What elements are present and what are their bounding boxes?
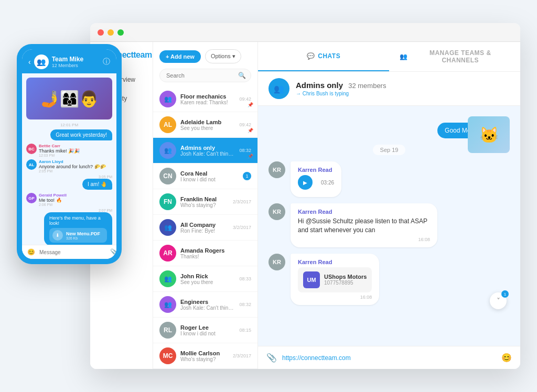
file-message: Here's the menu, have a look! ⬇ New Menu… — [44, 212, 112, 245]
cat-image: 🐱 — [468, 116, 510, 153]
close-button[interactable] — [98, 29, 104, 36]
file-name: New Menu.PDF — [66, 231, 100, 236]
chat-tabs: 💬 CHATS 👥 MANAGE TEAMS & CHANNELS — [258, 42, 520, 72]
audio-player[interactable]: ▶ 03:26 — [298, 175, 334, 190]
chat-item-john-rick[interactable]: 👥 John Rick See you there 08:33 — [153, 266, 257, 292]
options-button[interactable]: Options ▾ — [205, 49, 241, 63]
avatar: RL — [159, 322, 176, 339]
avatar: 👥 — [159, 91, 176, 107]
avatar: CN — [159, 168, 176, 184]
search-bar: 🔍 — [159, 69, 251, 82]
message-bettie: BC Bettie Carr Thanks mike! 🎉🎉 12:03 PM — [26, 144, 112, 157]
tab-manage-teams[interactable]: 👥 MANAGE TEAMS & CHANNELS — [389, 42, 520, 71]
scroll-down-button[interactable]: ˅ 1 — [490, 292, 507, 309]
sender-avatar: KR — [268, 161, 285, 178]
avatar: AR — [159, 245, 176, 262]
messages-area[interactable]: 🐱 Good Morning! 10:05 Sep 19 KR — [258, 106, 520, 346]
chat-item-engineers[interactable]: 👥 Engineers Josh Kale: Can't think of an… — [153, 292, 257, 318]
phone-screen: ‹ 👥 Team Mike 12 Members ⓘ 🤳👩‍👩‍👦👨 12:01… — [22, 49, 116, 259]
attachment-icon: UM — [303, 271, 320, 288]
avatar: AL — [159, 116, 176, 133]
teams-icon: 👥 — [400, 53, 408, 60]
outgoing-message: I am! 🤚 — [82, 179, 112, 190]
attachment-message: KR Karren Read UM UShops Motors 10775788… — [268, 254, 510, 305]
phone-group-avatar: 👥 — [34, 55, 49, 69]
tab-chats[interactable]: 💬 CHATS — [258, 42, 389, 71]
window-controls — [98, 29, 124, 36]
chat-item-amanda-rogers[interactable]: AR Amanda Rogers Thanks! — [153, 241, 257, 266]
maximize-button[interactable] — [117, 29, 124, 36]
play-button[interactable]: ▶ — [298, 175, 313, 190]
phone-header: ‹ 👥 Team Mike 12 Members ⓘ — [22, 49, 116, 73]
chat-panel: + Add new Options ▾ 🔍 👥 Floor mechanics … — [153, 42, 258, 369]
avatar: 👥 — [159, 142, 176, 159]
paperclip-icon[interactable]: 📎 — [110, 248, 116, 256]
message-time: 3:05 PM — [26, 175, 112, 179]
chat-panel-header: + Add new Options ▾ — [153, 42, 257, 69]
chat-item-floor-mechanics[interactable]: 👥 Floor mechanics Karen read: Thanks! 09… — [153, 86, 257, 112]
chat-item-roger-lee[interactable]: RL Roger Lee I know i did not 08:15 — [153, 318, 257, 343]
sender-avatar: KR — [268, 254, 285, 270]
emoji-button[interactable]: 😊 — [501, 353, 512, 363]
message-gerald: GP Gerald Powell Me too! 🔥 2:06 PM — [26, 193, 112, 206]
chat-item-admins-only[interactable]: 👥 Admins only Josh Kale: Can't think of … — [153, 138, 257, 164]
minimize-button[interactable] — [108, 29, 114, 36]
avatar: AL — [26, 159, 37, 170]
avatar: FN — [159, 193, 176, 210]
phone-message-input[interactable] — [39, 249, 106, 255]
chat-item-franklin-neal[interactable]: FN Franklin Neal Who's staying? 2/3/2017 — [153, 189, 257, 215]
search-icon: 🔍 — [238, 72, 246, 79]
search-input[interactable] — [159, 69, 251, 82]
mobile-phone: ‹ 👥 Team Mike 12 Members ⓘ 🤳👩‍👩‍👦👨 12:01… — [17, 44, 122, 264]
chat-header: 👥 Admins only 32 members → Chris Bush is… — [258, 72, 520, 106]
group-photo: 🤳👩‍👩‍👦👨 — [26, 78, 112, 119]
audio-message: KR Karren Read ▶ 03:26 — [268, 161, 510, 197]
avatar: BC — [26, 144, 37, 154]
back-button[interactable]: ‹ — [28, 58, 31, 66]
unread-scroll-badge: 1 — [501, 290, 509, 298]
chat-item-mollie-carlson[interactable]: MC Mollie Carlson Who's staying? 2/3/201… — [153, 343, 257, 369]
pin-icon: 📌 — [248, 154, 253, 159]
timestamp: 12:01 PM — [26, 123, 112, 127]
attachment-card: UM UShops Motors 1077578895 — [298, 267, 372, 292]
file-size: 326 Kb — [66, 236, 100, 240]
desktop-app: cconnectteam ⊞ Overview ≡ Activity + Add… — [90, 23, 520, 369]
emoji-icon[interactable]: 😊 — [27, 248, 35, 256]
unread-badge: 1 — [243, 172, 251, 180]
attachment-button[interactable]: 📎 — [266, 353, 277, 363]
avatar: MC — [159, 347, 176, 364]
pin-icon: 📌 — [248, 128, 253, 133]
chat-icon: 💬 — [307, 52, 315, 60]
chat-list: 👥 Floor mechanics Karen read: Thanks! 09… — [153, 86, 257, 369]
chat-input-area: 📎 😊 — [258, 346, 520, 369]
avatar: GP — [26, 193, 37, 203]
info-button[interactable]: ⓘ — [103, 57, 110, 67]
group-avatar: 👥 — [268, 78, 289, 99]
file-icon: ⬇ — [52, 230, 63, 241]
avatar: 👥 — [159, 219, 176, 236]
date-separator: Sep 19 — [373, 145, 406, 155]
chat-item-cora-neal[interactable]: CN Cora Neal I know i did not 1 — [153, 164, 257, 189]
chat-item-adelaide-lamb[interactable]: AL Adelaide Lamb See you there 09:42 📌 — [153, 112, 257, 138]
avatar: 👥 — [159, 270, 176, 287]
outgoing-message: Great work yesterday! — [50, 129, 112, 140]
message-time: 2:07 PM — [26, 209, 112, 212]
phone-input-bar: 😊 📎 🎤 — [22, 245, 116, 259]
pin-icon: 📌 — [248, 102, 253, 107]
text-message: KR Karren Read Hi @Sussie Schultz please… — [268, 203, 510, 247]
avatar: 👥 — [159, 296, 176, 313]
main-chat-area: 💬 CHATS 👥 MANAGE TEAMS & CHANNELS 👥 Admi… — [258, 42, 520, 369]
title-bar — [90, 23, 520, 42]
sender-avatar: KR — [268, 203, 285, 220]
add-new-button[interactable]: + Add new — [159, 50, 201, 63]
phone-messages[interactable]: 🤳👩‍👩‍👦👨 12:01 PM Great work yesterday! B… — [22, 73, 116, 245]
chat-item-all-company[interactable]: 👥 All Company Ron Fine: Bye! 3/2/2017 — [153, 215, 257, 241]
message-input[interactable] — [282, 354, 496, 362]
message-aaron: AL Aaron Lloyd Anyone around for lunch? … — [26, 159, 112, 173]
